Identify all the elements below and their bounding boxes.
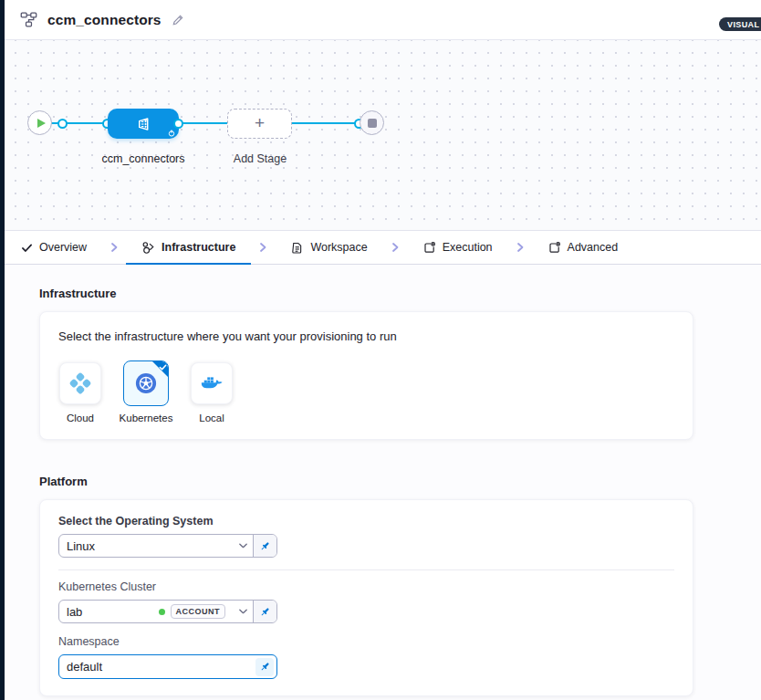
infrastructure-section-heading: Infrastructure xyxy=(39,287,693,300)
os-select-chevron[interactable] xyxy=(233,535,253,557)
tab-label: Advanced xyxy=(568,241,619,254)
pin-icon xyxy=(259,661,271,673)
stage-node-ccm-connectors[interactable] xyxy=(108,109,179,139)
add-stage-button[interactable]: + xyxy=(227,109,292,139)
power-status-icon xyxy=(168,130,175,137)
namespace-field-label: Namespace xyxy=(58,635,674,648)
pipeline-studio: ccm_connectors VISUAL xyxy=(0,0,761,700)
chevron-right-separator-icon xyxy=(258,242,267,253)
pipeline-title: ccm_connectors xyxy=(47,12,162,28)
chevron-right-separator-icon xyxy=(109,242,119,253)
stage-tab-bar: Overview Infrastructure xyxy=(5,231,761,265)
cloud-option-tile[interactable] xyxy=(59,362,101,404)
option-label: Local xyxy=(199,413,224,423)
tab-infrastructure[interactable]: Infrastructure xyxy=(138,231,239,264)
option-label: Kubernetes xyxy=(120,413,173,423)
infrastructure-tab-icon xyxy=(141,241,155,255)
pipeline-header: ccm_connectors VISUAL xyxy=(5,0,761,40)
platform-card: Select the Operating System Linux xyxy=(39,499,693,696)
scope-badge: ACCOUNT xyxy=(171,604,226,619)
cluster-value-text: lab xyxy=(67,605,82,619)
option-local: Local xyxy=(190,362,234,423)
option-cloud: Cloud xyxy=(58,362,102,423)
local-option-tile[interactable] xyxy=(191,362,233,404)
cluster-fixed-value-button[interactable] xyxy=(253,601,276,622)
chevron-right-separator-icon xyxy=(516,242,525,253)
cloud-diamond-icon xyxy=(68,371,92,395)
add-stage-label: Add Stage xyxy=(214,152,306,165)
edit-pencil-icon[interactable] xyxy=(171,13,185,27)
docker-whale-icon xyxy=(200,371,224,395)
link-point xyxy=(173,119,183,129)
chevron-right-separator-icon xyxy=(391,242,400,253)
chevron-down-icon xyxy=(238,608,248,615)
pin-icon xyxy=(259,606,271,618)
cluster-select-chevron[interactable] xyxy=(233,601,253,622)
start-node xyxy=(27,110,52,135)
selected-check-icon xyxy=(159,363,167,371)
infrastructure-tab-content: Infrastructure Select the infrastructure… xyxy=(5,265,761,700)
cluster-select[interactable]: lab ACCOUNT xyxy=(58,600,277,623)
pipeline-icon xyxy=(20,11,37,28)
play-icon xyxy=(37,119,46,128)
platform-section-heading: Platform xyxy=(39,475,693,488)
os-field-label: Select the Operating System xyxy=(58,515,674,528)
option-label: Cloud xyxy=(67,413,94,423)
os-select-value: Linux xyxy=(59,535,233,557)
tab-label: Infrastructure xyxy=(162,241,235,254)
pipeline-canvas[interactable]: + ccm_connectors Add Stage xyxy=(5,40,761,231)
tab-overview[interactable]: Overview xyxy=(17,231,90,264)
kubernetes-helm-icon xyxy=(134,371,158,395)
connected-status-dot xyxy=(159,609,165,615)
cluster-field-label: Kubernetes Cluster xyxy=(58,580,674,593)
infrastructure-card: Select the infrastructure where you want… xyxy=(39,311,693,440)
pin-icon xyxy=(259,540,271,552)
os-fixed-value-button[interactable] xyxy=(253,535,276,557)
flow-connector-line xyxy=(40,122,360,124)
main-panel: ccm_connectors VISUAL xyxy=(5,0,761,700)
os-select[interactable]: Linux xyxy=(58,534,277,558)
workspace-tab-icon xyxy=(290,241,304,255)
stage-node-label: ccm_connectors xyxy=(75,152,212,165)
namespace-input[interactable] xyxy=(58,654,277,679)
section-divider xyxy=(58,569,674,570)
check-icon xyxy=(21,242,33,254)
kubernetes-option-tile[interactable] xyxy=(123,360,169,406)
namespace-fixed-value-button[interactable] xyxy=(255,658,274,676)
tab-label: Execution xyxy=(443,241,493,254)
tab-workspace[interactable]: Workspace xyxy=(287,231,370,264)
tab-label: Workspace xyxy=(310,241,367,254)
execution-tab-icon xyxy=(422,241,436,255)
tab-label: Overview xyxy=(39,241,87,254)
infrastructure-options: Cloud xyxy=(58,362,674,423)
tab-execution[interactable]: Execution xyxy=(419,231,496,264)
advanced-tab-icon xyxy=(547,241,561,255)
namespace-field xyxy=(58,654,277,679)
cluster-select-value: lab ACCOUNT xyxy=(59,601,233,622)
plus-icon: + xyxy=(255,114,265,131)
infrastructure-prompt: Select the infrastructure where you want… xyxy=(58,329,674,343)
chevron-down-icon xyxy=(238,542,248,549)
link-point xyxy=(57,119,68,129)
tab-advanced[interactable]: Advanced xyxy=(544,231,622,264)
option-kubernetes: Kubernetes xyxy=(124,362,168,423)
visual-yaml-toggle[interactable]: VISUAL xyxy=(719,17,761,31)
infrastructure-stage-icon xyxy=(135,116,151,132)
end-node xyxy=(360,110,384,135)
stop-icon xyxy=(368,119,377,128)
